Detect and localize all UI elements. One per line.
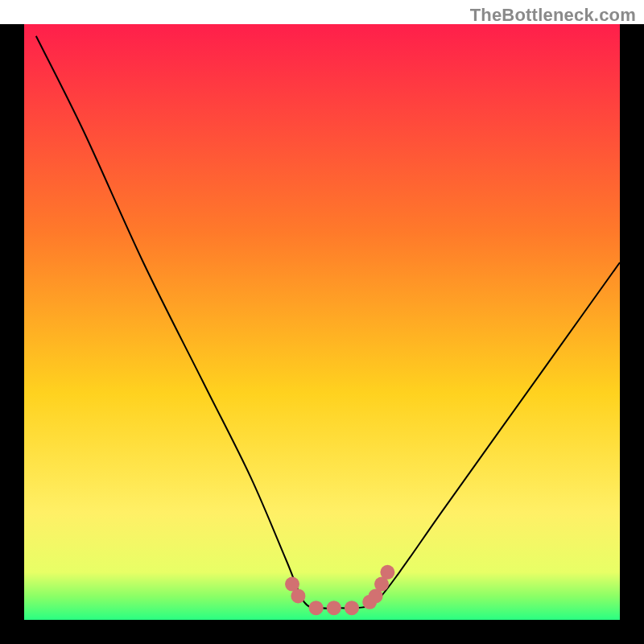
attribution-label: TheBottleneck.com <box>470 5 636 26</box>
curve-marker <box>345 601 359 615</box>
plot-area <box>24 24 620 620</box>
frame-left <box>0 24 24 644</box>
frame-bottom <box>0 620 644 644</box>
curve-marker <box>291 588 305 603</box>
frame-right <box>620 24 644 644</box>
chart-canvas <box>0 0 644 644</box>
curve-marker <box>309 601 324 615</box>
bottleneck-chart: TheBottleneck.com <box>0 0 644 644</box>
curve-marker <box>380 565 394 580</box>
curve-marker <box>327 601 341 615</box>
